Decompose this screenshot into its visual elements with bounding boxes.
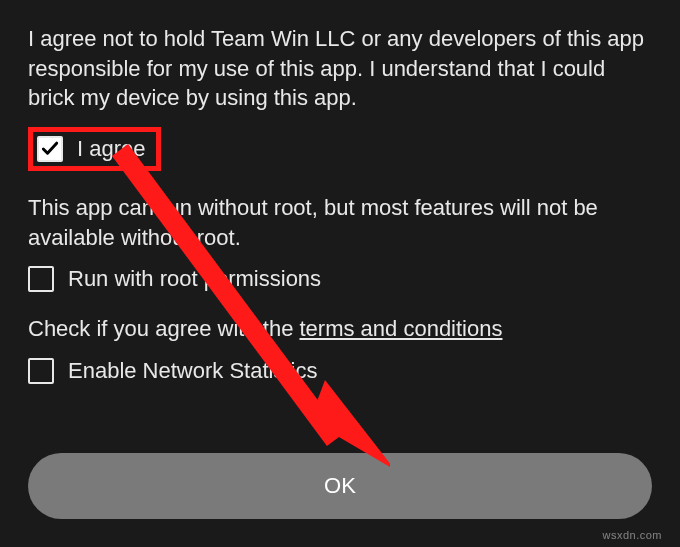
disclaimer-text: I agree not to hold Team Win LLC or any …: [28, 24, 652, 113]
ok-button[interactable]: OK: [28, 453, 652, 519]
agree-highlight: I agree: [28, 127, 161, 171]
terms-notice-text: Check if you agree with the terms and co…: [28, 314, 652, 344]
agree-checkbox[interactable]: [37, 136, 63, 162]
agree-label: I agree: [77, 136, 146, 162]
agree-row: I agree: [28, 127, 652, 171]
network-checkbox[interactable]: [28, 358, 54, 384]
watermark: wsxdn.com: [602, 529, 662, 541]
terms-link[interactable]: terms and conditions: [299, 316, 502, 341]
root-checkbox[interactable]: [28, 266, 54, 292]
network-row: Enable Network Statistics: [28, 358, 652, 384]
terms-prefix: Check if you agree with the: [28, 316, 299, 341]
arrow-annotation: [90, 140, 390, 470]
root-notice-text: This app can run without root, but most …: [28, 193, 652, 252]
root-label: Run with root permissions: [68, 266, 321, 292]
root-row: Run with root permissions: [28, 266, 652, 292]
network-label: Enable Network Statistics: [68, 358, 317, 384]
check-icon: [40, 139, 60, 159]
